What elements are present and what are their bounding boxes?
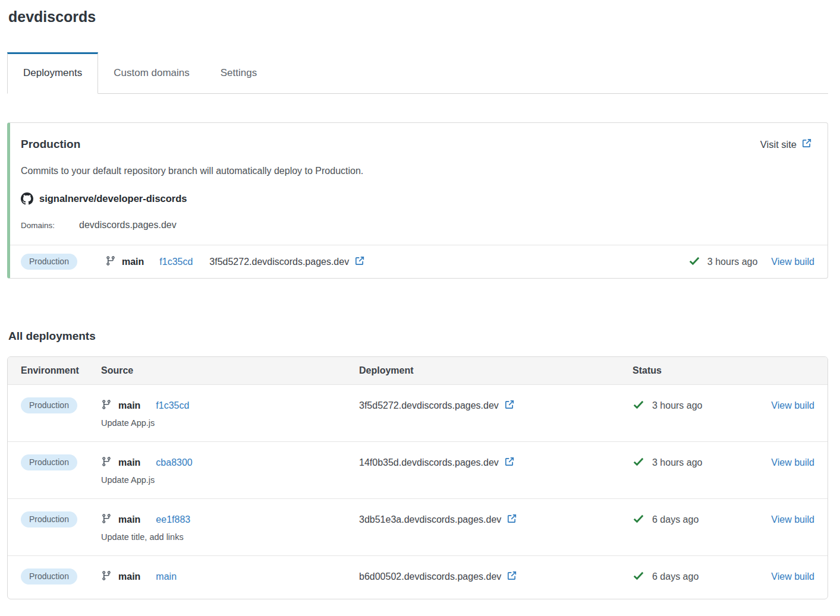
deployments-table: Environment Source Deployment Status Pro… [7,356,828,599]
column-header-status: Status [633,365,763,376]
tab-custom-domains[interactable]: Custom domains [98,52,205,93]
cell-source: main main [101,568,359,585]
git-branch-icon [105,255,116,266]
deployment-url-external-link[interactable] [504,456,515,469]
commit-message: Update App.js [101,418,359,428]
status-time: 3 hours ago [652,400,703,411]
column-header-deployment: Deployment [359,365,633,376]
cell-source: main cba8300 Update App.js [101,454,359,485]
cell-status: 3 hours ago [633,454,763,471]
git-branch-icon [101,570,112,581]
environment-badge: Production [21,397,77,413]
column-header-environment: Environment [21,365,101,376]
check-icon [633,513,644,525]
cell-source: main f1c35cd Update App.js [101,397,359,428]
cell-environment: Production [21,397,101,414]
cell-status: 6 days ago [633,568,763,585]
git-branch-icon [101,513,112,524]
view-build-link[interactable]: View build [771,457,814,468]
cell-actions: View build [763,568,814,585]
cell-environment: Production [21,454,101,471]
visit-site-link[interactable]: Visit site [760,138,812,151]
status-time: 3 hours ago [707,257,758,267]
check-icon [633,399,644,410]
external-link-icon [506,513,517,524]
cell-actions: View build [763,511,814,528]
branch-name: main [122,257,144,267]
commit-message: Update title, add links [101,532,359,542]
commit-link[interactable]: f1c35cd [159,257,193,267]
github-icon [21,192,33,205]
branch-name: main [118,400,140,411]
environment-badge: Production [21,511,77,527]
external-link-icon [801,138,812,149]
external-link-icon [504,456,515,467]
all-deployments-title: All deployments [8,330,828,343]
check-icon [633,456,644,467]
cell-status: 3 hours ago [633,397,763,414]
cell-deployment: 3f5d5272.devdiscords.pages.dev [359,397,633,414]
production-description: Commits to your default repository branc… [21,166,812,176]
table-row: Production main main b6d00502.devdiscord… [8,555,828,599]
deployment-url: 3f5d5272.devdiscords.pages.dev [359,400,499,411]
cell-environment: Production [21,511,101,528]
cell-deployment: 3db51e3a.devdiscords.pages.dev [359,511,633,528]
production-deployment-row: Production main f1c35cd 3f5d5272.devdisc… [10,245,828,278]
check-icon [688,255,700,267]
environment-badge: Production [21,254,77,270]
commit-link[interactable]: cba8300 [156,457,192,468]
production-card-body: Production Visit site Commits to your de… [10,123,828,245]
commit-message: Update App.js [101,475,359,485]
view-build-link[interactable]: View build [771,514,814,525]
git-branch-icon [101,456,112,467]
deployment-url-external-link[interactable] [506,513,517,526]
branch-name: main [118,457,140,468]
deployment-url-external-link[interactable] [354,255,365,268]
cell-environment: Production [21,568,101,585]
cell-deployment: b6d00502.devdiscords.pages.dev [359,568,633,585]
git-branch-icon [101,399,112,410]
cell-deployment: 14f0b35d.devdiscords.pages.dev [359,454,633,471]
column-header-source: Source [101,365,359,376]
deployments-table-body: Production main f1c35cd Update App.js 3f… [8,384,828,599]
view-build-link[interactable]: View build [771,571,814,582]
repo-name[interactable]: signalnerve/developer-discords [39,193,187,204]
status-time: 6 days ago [652,571,699,582]
external-link-icon [354,255,365,266]
external-link-icon [506,570,517,581]
commit-link[interactable]: f1c35cd [156,400,189,411]
view-build-link[interactable]: View build [771,400,814,411]
domains-label: Domains: [21,221,55,230]
status-time: 6 days ago [652,514,699,525]
tab-bar: Deployments Custom domains Settings [7,52,828,94]
deployment-url: b6d00502.devdiscords.pages.dev [359,571,501,582]
table-row: Production main ee1f883 Update title, ad… [8,498,828,555]
environment-badge: Production [21,568,77,585]
tab-settings[interactable]: Settings [205,52,272,93]
table-row: Production main f1c35cd Update App.js 3f… [8,384,828,441]
cell-source: main ee1f883 Update title, add links [101,511,359,542]
external-link-icon [504,399,515,410]
deployment-url: 3db51e3a.devdiscords.pages.dev [359,514,501,525]
deployment-url: 14f0b35d.devdiscords.pages.dev [359,457,499,468]
production-card: Production Visit site Commits to your de… [7,122,828,279]
deployment-url-external-link[interactable] [506,570,517,583]
environment-badge: Production [21,454,77,470]
cell-actions: View build [763,454,814,471]
check-icon [633,570,644,582]
production-card-title: Production [21,138,80,151]
view-build-link[interactable]: View build [771,257,814,267]
branch-name: main [118,514,140,525]
visit-site-label: Visit site [760,139,797,150]
deployment-url-external-link[interactable] [504,399,515,412]
status-time: 3 hours ago [652,457,703,468]
cell-actions: View build [763,397,814,414]
cell-status: 6 days ago [633,511,763,528]
commit-link[interactable]: main [156,571,177,582]
tab-deployments[interactable]: Deployments [7,52,98,94]
commit-link[interactable]: ee1f883 [156,514,190,525]
column-header-actions [763,365,814,376]
table-row: Production main cba8300 Update App.js 14… [8,441,828,498]
page-title: devdiscords [8,8,828,26]
branch-name: main [118,571,140,582]
